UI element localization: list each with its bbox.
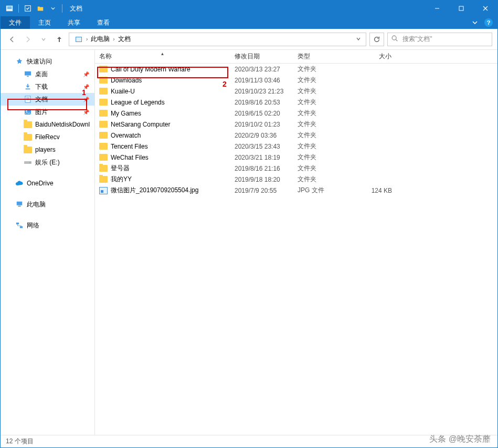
file-rows: Call of Duty Modern Warfare2020/3/13 23:… <box>95 64 497 435</box>
pin-icon: 📌 <box>83 84 89 90</box>
column-name[interactable]: 名称 ▲ <box>95 52 230 61</box>
file-type: 文件夹 <box>293 131 344 140</box>
sidebar-item-ent-drive[interactable]: 娱乐 (E:) <box>1 156 94 169</box>
folder-icon <box>99 165 108 172</box>
sidebar-item-downloads[interactable]: 下载 📌 <box>1 80 94 93</box>
file-type: 文件夹 <box>293 109 344 118</box>
maximize-button[interactable] <box>449 1 473 16</box>
qat-dropdown-icon[interactable] <box>47 3 59 14</box>
qat-properties-icon[interactable] <box>22 3 34 14</box>
sidebar-item-baidu[interactable]: BaiduNetdiskDownl <box>1 118 94 131</box>
folder-icon <box>99 77 108 84</box>
refresh-button[interactable] <box>369 33 384 46</box>
file-date: 2020/3/15 23:43 <box>230 143 293 150</box>
minimize-button[interactable] <box>425 1 449 16</box>
tab-home[interactable]: 主页 <box>30 16 59 29</box>
pictures-icon <box>24 108 32 116</box>
file-row[interactable]: Call of Duty Modern Warfare2020/3/13 23:… <box>95 64 497 75</box>
svg-rect-16 <box>25 96 30 102</box>
file-row[interactable]: NetSarang Computer2019/10/2 01:23文件夹 <box>95 119 497 130</box>
tab-view[interactable]: 查看 <box>89 16 118 29</box>
status-item-count: 12 个项目 <box>6 437 34 446</box>
file-row[interactable]: Kuaile-U2019/10/23 21:23文件夹 <box>95 86 497 97</box>
file-row[interactable]: 我的YY2019/9/18 18:20文件夹 <box>95 174 497 185</box>
search-icon <box>391 35 398 44</box>
search-placeholder: 搜索"文档" <box>402 35 432 44</box>
help-button[interactable]: ? <box>484 18 493 27</box>
folder-icon <box>24 120 32 129</box>
search-box[interactable]: 搜索"文档" <box>387 33 492 46</box>
pin-icon: 📌 <box>83 97 89 102</box>
star-icon <box>15 57 24 66</box>
sidebar-item-documents[interactable]: 文档 📌 <box>1 93 94 106</box>
computer-icon <box>15 200 24 209</box>
navigation-pane: 快速访问 桌面 📌 下载 📌 <box>1 50 95 435</box>
folder-icon <box>99 66 108 72</box>
sidebar-onedrive[interactable]: OneDrive <box>1 177 94 190</box>
svg-rect-27 <box>20 226 23 228</box>
file-row[interactable]: Downloads2019/11/3 03:46文件夹 <box>95 75 497 86</box>
file-date: 2019/8/16 20:53 <box>230 99 293 106</box>
column-size[interactable]: 大小 <box>344 52 396 61</box>
address-bar[interactable]: › 此电脑 › 文档 <box>69 33 366 46</box>
document-icon <box>24 95 32 103</box>
column-date[interactable]: 修改日期 <box>230 52 293 61</box>
svg-rect-1 <box>7 7 12 7</box>
breadcrumb-documents[interactable]: 文档 <box>115 33 134 46</box>
file-type: JPG 文件 <box>293 186 344 195</box>
sidebar-item-filerecv[interactable]: FileRecv <box>1 131 94 143</box>
pin-icon: 📌 <box>83 71 89 77</box>
ribbon-collapse-icon[interactable] <box>470 18 480 27</box>
address-dropdown-icon[interactable] <box>353 36 364 43</box>
column-headers: 名称 ▲ 修改日期 类型 大小 <box>95 50 497 64</box>
titlebar: 文档 <box>1 1 497 16</box>
navigation-bar: › 此电脑 › 文档 搜索"文档" <box>1 29 497 50</box>
folder-icon <box>24 133 32 141</box>
file-row[interactable]: Tencent Files2020/3/15 23:43文件夹 <box>95 141 497 152</box>
pin-icon: 📌 <box>83 109 89 115</box>
file-name: 登号器 <box>111 164 130 173</box>
forward-button[interactable] <box>22 33 34 46</box>
sidebar-thispc[interactable]: 此电脑 <box>1 198 94 211</box>
sidebar-item-pictures[interactable]: 图片 📌 <box>1 106 94 118</box>
file-name: WeChat Files <box>111 154 149 161</box>
network-icon <box>15 221 24 230</box>
svg-rect-24 <box>17 202 23 205</box>
file-date: 2019/10/2 01:23 <box>230 121 293 128</box>
close-button[interactable] <box>473 1 497 16</box>
file-date: 2020/3/21 18:19 <box>230 154 293 161</box>
tab-file[interactable]: 文件 <box>1 16 30 29</box>
column-type[interactable]: 类型 <box>293 52 344 61</box>
file-list: 名称 ▲ 修改日期 类型 大小 Call of Duty Modern Warf… <box>95 50 497 435</box>
qat-folder-icon[interactable] <box>35 3 46 14</box>
sidebar-item-desktop[interactable]: 桌面 📌 <box>1 68 94 80</box>
file-row[interactable]: 微信图片_20190709205504.jpg2019/7/9 20:55JPG… <box>95 185 497 196</box>
svg-point-23 <box>29 162 30 163</box>
file-type: 文件夹 <box>293 87 344 96</box>
app-icon <box>4 3 15 14</box>
file-name: 我的YY <box>111 175 132 184</box>
download-icon <box>24 82 32 91</box>
folder-icon <box>99 121 108 128</box>
file-row[interactable]: WeChat Files2020/3/21 18:19文件夹 <box>95 152 497 163</box>
file-date: 2019/10/23 21:23 <box>230 88 293 95</box>
tab-share[interactable]: 共享 <box>59 16 89 29</box>
file-row[interactable]: League of Legends2019/8/16 20:53文件夹 <box>95 97 497 108</box>
folder-icon <box>99 132 108 139</box>
recent-locations-button[interactable] <box>37 33 50 46</box>
sidebar-item-players[interactable]: players <box>1 143 94 156</box>
up-button[interactable] <box>53 33 66 46</box>
svg-rect-26 <box>16 223 19 225</box>
svg-point-11 <box>392 36 396 40</box>
sidebar-network[interactable]: 网络 <box>1 219 94 232</box>
file-date: 2019/11/3 03:46 <box>230 77 293 84</box>
file-row[interactable]: My Games2019/6/15 02:20文件夹 <box>95 108 497 119</box>
file-name: My Games <box>111 110 141 117</box>
file-row[interactable]: Overwatch2020/2/9 03:36文件夹 <box>95 130 497 141</box>
sidebar-quickaccess[interactable]: 快速访问 <box>1 55 94 68</box>
svg-line-12 <box>396 39 397 41</box>
back-button[interactable] <box>6 33 18 46</box>
svg-point-21 <box>26 110 27 112</box>
breadcrumb-thispc[interactable]: 此电脑 <box>88 33 113 46</box>
file-row[interactable]: 登号器2019/8/16 21:16文件夹 <box>95 163 497 174</box>
